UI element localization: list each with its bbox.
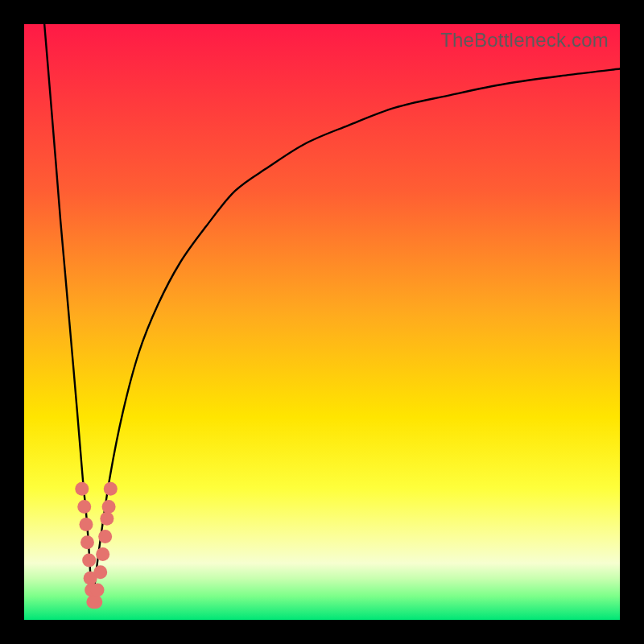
data-point bbox=[104, 482, 118, 496]
data-point bbox=[91, 584, 105, 597]
data-point bbox=[75, 482, 89, 496]
data-point bbox=[98, 530, 112, 543]
data-point bbox=[79, 518, 93, 531]
curve-left-branch bbox=[44, 24, 93, 602]
chart-svg bbox=[24, 24, 620, 620]
plot-area: TheBottleneck.com bbox=[24, 24, 620, 620]
data-point bbox=[80, 535, 94, 549]
data-point bbox=[93, 565, 107, 579]
chart-frame: TheBottleneck.com bbox=[0, 0, 644, 644]
data-point bbox=[100, 512, 114, 526]
data-point bbox=[77, 500, 91, 514]
watermark-text: TheBottleneck.com bbox=[440, 29, 609, 52]
data-point bbox=[96, 547, 109, 561]
data-point bbox=[89, 595, 102, 609]
curve-right-branch bbox=[93, 69, 620, 602]
data-point bbox=[102, 500, 116, 514]
data-point bbox=[82, 554, 96, 568]
